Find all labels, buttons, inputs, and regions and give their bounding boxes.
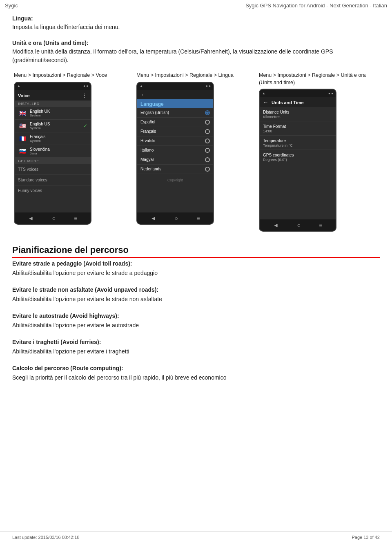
lang-item-francais[interactable]: Français [137, 127, 213, 136]
units-item-distance[interactable]: Distance Units Kilometres [260, 107, 336, 121]
lang-name-italiano: Italiano [140, 148, 205, 152]
phone-top-bar-units: ▲ ● ● [260, 89, 336, 97]
route-label-1: Evitare strade a pedaggio (Avoid toll ro… [12, 259, 380, 268]
footer-last-update: Last update: 2015/03/16 08:42:18 [12, 535, 80, 540]
route-label-3: Evitare le autostrade (Avoid highways): [12, 312, 380, 320]
voice-name-si: Slovenčina [30, 147, 87, 152]
lang-name-magyar: Magyar [140, 157, 205, 162]
footer-page-number: Page 13 of 42 [352, 535, 380, 540]
lang-item-italiano[interactable]: Italiano [137, 146, 213, 155]
units-screen: ← Units and Time Distance Units Kilometr… [260, 97, 336, 219]
menu-nav-icon-lang[interactable]: ≡ [196, 215, 200, 221]
route-desc-3: Abilita/disabilita l'opzione per evitare… [12, 321, 380, 330]
voice-screen: Voice ⋮ INSTALLED 🇬🇧 English UK System [15, 90, 91, 212]
screenshot-col-units: Menu > Impostazioni > Regionale > Unità … [257, 72, 380, 232]
lang-screen: ← Language English (British) Español F [137, 90, 213, 212]
tts-voices-item[interactable]: TTS voices [15, 164, 91, 175]
voice-name-enguk: English UK [30, 109, 87, 114]
units-temp-label: Temperature [263, 139, 332, 143]
voice-name-fr: Français [30, 134, 87, 139]
unita-title: Unità e ora (Units and time): [12, 40, 89, 46]
voice-name-engus: English US [30, 122, 83, 126]
units-header: ← Units and Time [260, 97, 336, 107]
lang-radio-italiano[interactable] [205, 148, 210, 153]
lang-item-english-british[interactable]: English (British) [137, 108, 213, 118]
section2-title: Pianificazione del percorso [12, 245, 380, 258]
home-nav-icon-units[interactable]: ○ [297, 222, 301, 228]
lang-back-icon[interactable]: ← [140, 92, 146, 98]
phone-top-bar-voice: ▲ ● ● [15, 83, 91, 90]
voice-sub-enguk: System [30, 114, 87, 117]
flag-uk: 🇬🇧 [18, 110, 27, 116]
home-nav-icon[interactable]: ○ [52, 215, 56, 221]
installed-label: INSTALLED [15, 101, 91, 107]
voice-sub-fr: System [30, 139, 87, 143]
lang-item-hrvatski[interactable]: Hrvatski [137, 136, 213, 146]
units-item-temp[interactable]: Temperature Temperature in °C [260, 136, 336, 150]
voice-sub-si: Jana [30, 152, 87, 155]
home-nav-icon-lang[interactable]: ○ [175, 215, 178, 221]
route-block-3: Evitare le autostrade (Avoid highways): … [12, 312, 380, 330]
route-block-1: Evitare strade a pedaggio (Avoid toll ro… [12, 259, 380, 277]
lang-item-magyar[interactable]: Magyar [137, 155, 213, 165]
phone-nav-lang: ◄ ○ ≡ [137, 212, 213, 224]
col2-caption: Menu > Impostazioni > Regionale > Lingua [136, 72, 234, 79]
units-item-time[interactable]: Time Format 14:00 [260, 121, 336, 136]
lang-radio-magyar[interactable] [205, 157, 210, 162]
phone-nav-units: ◄ ○ ≡ [260, 219, 336, 231]
standard-voices-item[interactable]: Standard voices [15, 175, 91, 185]
lang-radio-espanol[interactable] [205, 120, 210, 125]
voice-item-enguk[interactable]: 🇬🇧 English UK System [15, 107, 91, 120]
phone-units: ▲ ● ● ← Units and Time Distance Units Ki… [259, 89, 336, 232]
funny-voices-item[interactable]: Funny voices [15, 185, 91, 196]
flag-us: 🇺🇸 [18, 123, 27, 129]
back-nav-icon[interactable]: ◄ [28, 215, 34, 221]
units-distance-label: Distance Units [263, 110, 332, 114]
unita-desc: Modifica le unità della distanza, il for… [12, 48, 333, 63]
lang-radio-english-british[interactable] [205, 110, 210, 115]
back-nav-icon-units[interactable]: ◄ [273, 222, 279, 228]
menu-nav-icon[interactable]: ≡ [74, 215, 77, 221]
voice-item-engus[interactable]: 🇺🇸 English US System ✓ [15, 120, 91, 132]
route-block-5: Calcolo del percorso (Route computing): … [12, 364, 380, 382]
lang-name-english-british: English (British) [140, 110, 205, 115]
menu-nav-icon-units[interactable]: ≡ [319, 222, 322, 228]
funny-voices-label: Funny voices [18, 188, 42, 193]
lang-copyright: Copyright [137, 176, 213, 185]
tts-voices-label: TTS voices [18, 167, 38, 172]
phone-nav-voice: ◄ ○ ≡ [15, 212, 91, 224]
units-gps-value: Degrees (0.0°) [263, 158, 332, 162]
route-block-4: Evitare i traghetti (Avoid ferries): Abi… [12, 338, 380, 356]
voice-menu-dots: ⋮ [82, 92, 87, 99]
phone-lang: ▲ ● ● ← Language English (British) [136, 82, 214, 225]
page-footer: Last update: 2015/03/16 08:42:18 Page 13… [0, 531, 392, 543]
lang-radio-nederlands[interactable] [205, 167, 210, 172]
voice-item-francais[interactable]: 🇫🇷 Français System [15, 132, 91, 145]
unita-section: Unità e ora (Units and time): Modifica l… [12, 39, 380, 65]
voice-item-slovenčina[interactable]: 🇸🇮 Slovenčina Jana [15, 145, 91, 158]
lingua-section: Lingua: Imposta la lingua dell'interfacc… [12, 14, 380, 31]
back-nav-icon-lang[interactable]: ◄ [151, 215, 156, 221]
units-item-gps[interactable]: GPS coordinates Degrees (0.0°) [260, 150, 336, 164]
route-label-5: Calcolo del percorso (Route computing): [12, 364, 380, 373]
screenshot-col-voice: Menu > Impostazioni > Regionale > Voce ▲… [12, 72, 135, 225]
route-label-4: Evitare i traghetti (Avoid ferries): [12, 338, 380, 346]
phone-voice: ▲ ● ● Voice ⋮ INSTALLED 🇬🇧 English UK [14, 82, 91, 225]
flag-si: 🇸🇮 [18, 148, 27, 154]
lang-radio-hrvatski[interactable] [205, 139, 210, 143]
route-block-2: Evitare le strade non asfaltate (Avoid u… [12, 286, 380, 304]
units-temp-value: Temperature in °C [263, 143, 332, 147]
units-gps-label: GPS coordinates [263, 153, 332, 157]
app-name-right: Sygic GPS Navigation for Android - Next … [245, 2, 387, 9]
page-header: Sygic Sygic GPS Navigation for Android -… [0, 0, 392, 10]
lang-section-header: Language [137, 99, 213, 108]
route-desc-4: Abilita/disabilita l'opzione per evitare… [12, 347, 380, 356]
lang-item-nederlands[interactable]: Nederlands [137, 165, 213, 174]
lang-radio-francais[interactable] [205, 129, 210, 134]
voice-header: Voice ⋮ [15, 90, 91, 101]
units-back-icon[interactable]: ← [263, 99, 268, 105]
voice-header-title: Voice [18, 93, 30, 98]
lang-name-francais: Français [140, 129, 205, 134]
route-label-2: Evitare le strade non asfaltate (Avoid u… [12, 286, 380, 294]
lang-item-espanol[interactable]: Español [137, 118, 213, 127]
